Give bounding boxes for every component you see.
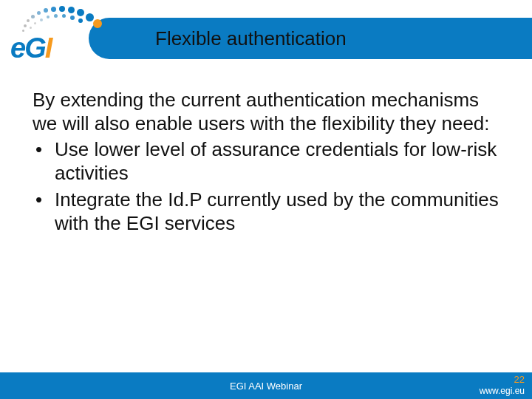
footer-bar: EGI AAI Webinar 22 www.egi.eu [0, 372, 532, 399]
footer-right: 22 www.egi.eu [480, 374, 525, 397]
footer-center-text: EGI AAI Webinar [0, 381, 532, 392]
bullet-item: Use lower level of assurance credentials… [33, 138, 499, 185]
body-content: By extending the current authentication … [33, 89, 499, 235]
logo-letter-i: I [45, 33, 52, 64]
slide: Flexible authentication [0, 0, 532, 399]
page-number: 22 [480, 374, 525, 386]
title-bar: Flexible authentication [89, 18, 532, 59]
logo-letter-e: e [10, 33, 24, 64]
egi-logo: eGI [6, 4, 117, 68]
bullet-list: Use lower level of assurance credentials… [33, 138, 499, 235]
bullet-item: Integrate the Id.P currently used by the… [33, 188, 499, 235]
logo-letter-g: G [24, 33, 45, 64]
intro-paragraph: By extending the current authentication … [33, 89, 499, 135]
logo-text: eGI [10, 33, 51, 64]
footer-url: www.egi.eu [480, 386, 525, 396]
slide-title: Flexible authentication [155, 27, 347, 50]
